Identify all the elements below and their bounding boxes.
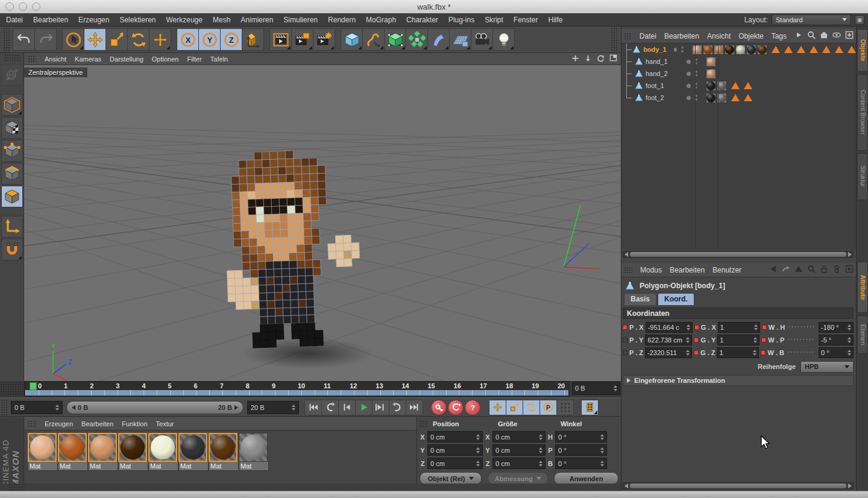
polygon-mode-button[interactable] xyxy=(1,186,23,207)
viewport-toggle-view-button[interactable] xyxy=(609,54,617,65)
size-z-field[interactable]: 0 cm xyxy=(492,458,546,469)
attribute-forward-arrow-button[interactable] xyxy=(782,265,790,276)
keyframe-dot[interactable] xyxy=(623,338,627,342)
panel-tab-struktur[interactable]: Struktur xyxy=(857,153,868,200)
attribute-add-box-button[interactable] xyxy=(845,265,854,276)
menu-item-bearbeiten[interactable]: Bearbeiten xyxy=(33,16,68,24)
texture-tag[interactable] xyxy=(735,45,746,55)
panel-tab-content-browser[interactable]: Content Browser xyxy=(857,74,868,151)
key-position-toggle[interactable] xyxy=(489,400,506,415)
lock-y-button[interactable]: Y xyxy=(198,28,221,51)
move-button[interactable] xyxy=(84,28,106,51)
viewport-grip[interactable] xyxy=(28,55,36,63)
viewport-pan-button[interactable] xyxy=(571,54,579,65)
object-manager-menu-tags[interactable]: Tags xyxy=(772,32,787,40)
object-name[interactable]: foot_2 xyxy=(646,94,683,101)
object-manager-add-box-button[interactable] xyxy=(845,31,854,42)
stepper-icon[interactable] xyxy=(684,324,690,330)
loop-forward-button[interactable] xyxy=(389,400,406,415)
panel-tab-ebenen[interactable]: Ebenen xyxy=(857,315,868,354)
stepper-icon[interactable] xyxy=(845,324,851,330)
material-3[interactable]: Mat xyxy=(118,433,148,471)
mode-toolbar-grip[interactable] xyxy=(4,54,20,61)
floor-button[interactable] xyxy=(449,28,471,51)
frozen-transform-section[interactable]: Eingefrorene Transformation xyxy=(623,375,854,386)
key-pla-toggle[interactable] xyxy=(556,400,574,415)
p-2-field[interactable]: -2320.511 xyxy=(645,347,692,358)
bottom-grip[interactable] xyxy=(8,484,24,491)
object-row-body_1[interactable]: body_1 xyxy=(621,43,856,55)
object-manager-search-button[interactable] xyxy=(807,31,816,42)
timeline-frame-13[interactable]: 13 xyxy=(376,382,383,389)
menu-item-werkzeuge[interactable]: Werkzeuge xyxy=(166,16,202,24)
layout-icon[interactable]: ▣ xyxy=(855,15,864,25)
texture-tag[interactable] xyxy=(714,45,724,55)
apply-button[interactable]: Anwenden xyxy=(554,472,618,485)
timeline-frame-12[interactable]: 12 xyxy=(350,382,357,389)
stepper-icon[interactable] xyxy=(536,434,542,440)
object-name[interactable]: foot_1 xyxy=(646,82,683,89)
viewport-menu-darstellung[interactable]: Darstellung xyxy=(110,55,143,63)
keyframe-dot[interactable] xyxy=(694,338,699,342)
record-help-button[interactable]: ? xyxy=(465,400,480,415)
render-view-button[interactable] xyxy=(269,28,292,51)
object-manager-hscrollbar[interactable] xyxy=(623,251,854,258)
position-z-field[interactable]: 0 cm xyxy=(427,458,483,469)
stepper-icon[interactable] xyxy=(845,350,851,356)
g-2-field[interactable]: 1 xyxy=(717,347,759,358)
menu-item-selektieren[interactable]: Selektieren xyxy=(119,16,156,24)
stepper-icon[interactable] xyxy=(474,434,480,440)
object-manager-overflow-arrow-button[interactable] xyxy=(794,31,803,42)
panel-tab-objekte[interactable]: Objekte xyxy=(857,29,868,72)
keyframe-dot[interactable] xyxy=(761,350,766,355)
selection-tag[interactable] xyxy=(731,82,740,89)
attribute-link-button[interactable] xyxy=(832,265,841,276)
keyframe-dot[interactable] xyxy=(694,325,699,330)
edge-mode-button[interactable] xyxy=(1,163,23,184)
texture-tag[interactable] xyxy=(703,45,713,55)
visibility-dot[interactable] xyxy=(687,84,691,88)
menu-item-charakter[interactable]: Charakter xyxy=(406,16,438,24)
render-region-button[interactable] xyxy=(291,28,313,51)
stepper-icon[interactable] xyxy=(598,434,604,440)
attribute-back-arrow-button[interactable] xyxy=(769,265,778,276)
coordsys-button[interactable] xyxy=(242,28,264,51)
g-0-field[interactable]: 1 xyxy=(718,322,760,333)
menu-item-simulieren[interactable]: Simulieren xyxy=(283,16,318,24)
material-menu-funktion[interactable]: Funktion xyxy=(122,420,147,427)
visibility-dot[interactable] xyxy=(687,60,691,64)
stepper-icon[interactable] xyxy=(536,461,542,467)
timeline-playhead[interactable] xyxy=(30,382,37,390)
render-visibility-dots[interactable] xyxy=(681,46,684,52)
stepper-icon[interactable] xyxy=(474,461,480,467)
object-row-hand_1[interactable]: hand_1 xyxy=(621,55,856,68)
next-frame-button[interactable] xyxy=(372,400,389,415)
object-name[interactable]: body_1 xyxy=(643,46,670,53)
rotation-order-dropdown[interactable]: HPB xyxy=(800,361,854,373)
key-rotation-toggle[interactable] xyxy=(523,400,540,415)
convert-button[interactable] xyxy=(1,64,23,86)
coords-mode-dropdown[interactable]: Objekt (Rel) xyxy=(420,472,482,485)
attribute-menu-bearbeiten[interactable]: Bearbeiten xyxy=(670,266,705,274)
material-2[interactable]: Mat xyxy=(88,433,118,471)
selection-tag[interactable] xyxy=(797,46,805,53)
selection-tag[interactable] xyxy=(784,46,793,53)
p-1-field[interactable]: 622.738 cm xyxy=(645,335,692,345)
attribute-grip[interactable] xyxy=(624,266,632,274)
viewport-dolly-button[interactable] xyxy=(584,54,592,65)
end-frame-field[interactable]: 20 B xyxy=(247,401,299,414)
position-x-field[interactable]: 0 cm xyxy=(427,431,483,443)
timeline-frame-7[interactable]: 7 xyxy=(220,382,224,389)
keyframe-dot[interactable] xyxy=(623,350,627,355)
material-5[interactable]: Mat xyxy=(178,433,209,471)
selection-tag[interactable] xyxy=(744,82,752,89)
angle-h-field[interactable]: 0 ° xyxy=(555,431,607,443)
menu-item-hilfe[interactable]: Hilfe xyxy=(549,16,563,24)
render-settings-button[interactable] xyxy=(313,28,335,51)
stepper-icon[interactable] xyxy=(684,350,690,356)
stepper-icon[interactable] xyxy=(598,447,604,453)
timeline-frame-8[interactable]: 8 xyxy=(246,382,250,389)
select-button[interactable] xyxy=(62,28,84,51)
selection-tag[interactable] xyxy=(772,46,780,53)
material-grip[interactable] xyxy=(28,420,36,427)
